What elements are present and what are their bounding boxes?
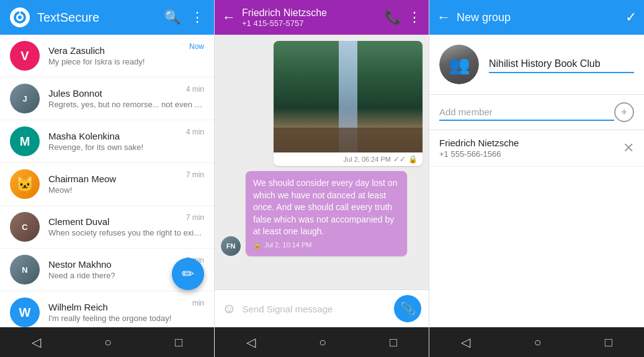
recents-nav-icon[interactable]: □	[390, 335, 397, 350]
waterfall-image	[274, 41, 423, 152]
attach-button[interactable]: 📎	[394, 295, 421, 322]
avatar: N	[10, 255, 40, 284]
avatar: C	[10, 212, 40, 242]
back-nav-icon[interactable]: ◁	[461, 335, 470, 350]
page-title: New group	[457, 11, 625, 24]
group-spacer	[429, 167, 644, 327]
chat-messages: Jul 2, 06:24 PM ✓✓ 🔒 FN We should consid…	[215, 35, 429, 289]
conv-name: Jules Bonnot	[48, 88, 204, 99]
list-item[interactable]: M Masha Kolenkina Revenge, for its own s…	[0, 120, 214, 163]
conv-name: Clement Duval	[48, 216, 204, 227]
compose-fab[interactable]: ✏	[172, 258, 204, 290]
conv-preview: Regrets, yes, but no remorse... not even…	[48, 100, 204, 109]
home-nav-icon[interactable]: ○	[104, 335, 112, 350]
add-member-row: +	[429, 95, 644, 130]
chat-bottom-nav: ◁ ○ □	[215, 327, 429, 357]
conv-time: min	[192, 299, 204, 307]
conv-preview: When society refuses you the right to ex…	[48, 228, 204, 237]
conv-time: 4 min	[186, 85, 204, 94]
chat-input-bar: ☺ 📎	[215, 289, 429, 327]
contact-phone: +1 415-557-5757	[242, 19, 378, 28]
image-message: Jul 2, 06:24 PM ✓✓ 🔒	[274, 41, 423, 166]
search-icon[interactable]: 🔍	[164, 9, 181, 25]
chat-menu-icon[interactable]: ⋮	[408, 9, 421, 25]
back-nav-icon[interactable]: ◁	[246, 335, 256, 350]
group-header: 👥	[429, 35, 644, 95]
conv-name: Vera Zasulich	[48, 45, 204, 56]
conv-time: 7 min	[186, 170, 204, 179]
group-confirm-button[interactable]: ✓	[625, 9, 637, 25]
recents-nav-icon[interactable]: □	[605, 335, 612, 350]
avatar: J	[10, 84, 40, 113]
member-info: Friedrich Nietzsche +1 555-566-1566	[439, 138, 519, 159]
recents-nav-icon[interactable]: □	[175, 335, 182, 350]
member-name: Friedrich Nietzsche	[439, 138, 519, 148]
sender-avatar-small: FN	[221, 236, 241, 256]
member-item: Friedrich Nietzsche +1 555-566-1566 ✕	[429, 130, 644, 167]
image-timestamp: Jul 2, 06:24 PM ✓✓ 🔒	[274, 152, 423, 166]
call-icon[interactable]: 📞	[385, 9, 401, 25]
app-logo	[10, 7, 30, 27]
group-bottom-nav: ◁ ○ □	[429, 327, 644, 357]
chat-toolbar: ← Friedrich Nietzsche +1 415-557-5757 📞 …	[215, 0, 429, 35]
list-toolbar: TextSecure 🔍 ⋮	[0, 0, 214, 35]
menu-icon[interactable]: ⋮	[190, 9, 204, 25]
conv-content: Vera Zasulich My piece for Iskra is read…	[48, 45, 204, 66]
conv-time: 7 min	[186, 213, 204, 222]
group-toolbar: ← New group ✓	[429, 0, 644, 35]
add-member-input[interactable]	[439, 104, 614, 121]
conv-name: Wilhelm Reich	[48, 302, 204, 312]
list-item[interactable]: W Wilhelm Reich I'm really feeling the o…	[0, 291, 214, 327]
remove-member-button[interactable]: ✕	[623, 140, 634, 156]
group-name-input[interactable]	[489, 56, 634, 73]
home-nav-icon[interactable]: ○	[534, 335, 541, 350]
avatar: 🐱	[10, 169, 40, 199]
list-item[interactable]: J Jules Bonnot Regrets, yes, but no remo…	[0, 77, 214, 120]
conv-preview: I'm really feeling the orgone today!	[48, 314, 204, 323]
message-input[interactable]	[242, 304, 388, 314]
contact-info: Friedrich Nietzsche +1 415-557-5757	[242, 7, 378, 28]
avatar: M	[10, 126, 40, 156]
message-text: We should consider every day lost on whi…	[253, 178, 397, 236]
member-phone: +1 555-566-1566	[439, 149, 519, 159]
emoji-button[interactable]: ☺	[222, 301, 236, 317]
conv-content: Chairman Meow Meow!	[48, 174, 204, 195]
chat-back-button[interactable]: ←	[222, 9, 236, 25]
conv-preview: My piece for Iskra is ready!	[48, 57, 204, 66]
list-item[interactable]: 🐱 Chairman Meow Meow! 7 min	[0, 163, 214, 206]
conv-preview: Meow!	[48, 185, 204, 195]
app-title: TextSecure	[37, 11, 154, 25]
conv-time: 4 min	[186, 128, 204, 136]
conv-preview: Revenge, for its own sake!	[48, 143, 204, 152]
back-nav-icon[interactable]: ◁	[32, 335, 41, 350]
list-bottom-nav: ◁ ○ □	[0, 327, 214, 357]
conv-name: Chairman Meow	[48, 174, 204, 184]
conversation-list-panel: TextSecure 🔍 ⋮ V Vera Zasulich My piece …	[0, 0, 215, 357]
conv-content: Jules Bonnot Regrets, yes, but no remors…	[48, 88, 204, 109]
incoming-message-row: FN We should consider every day lost on …	[221, 171, 423, 256]
add-member-icon[interactable]: +	[614, 102, 634, 122]
conv-time: Now	[189, 42, 204, 51]
conv-content: Wilhelm Reich I'm really feeling the org…	[48, 302, 204, 323]
incoming-message-bubble: We should consider every day lost on whi…	[246, 171, 407, 256]
contact-name: Friedrich Nietzsche	[242, 7, 378, 19]
group-avatar[interactable]: 👥	[439, 45, 479, 84]
conv-content: Masha Kolenkina Revenge, for its own sak…	[48, 131, 204, 152]
new-group-panel: ← New group ✓ 👥 + Friedrich Nietzsche +1…	[429, 0, 644, 357]
avatar: W	[10, 298, 40, 327]
chat-panel: ← Friedrich Nietzsche +1 415-557-5757 📞 …	[215, 0, 429, 357]
conv-name: Masha Kolenkina	[48, 131, 204, 141]
list-item[interactable]: C Clement Duval When society refuses you…	[0, 206, 214, 249]
group-back-button[interactable]: ←	[437, 9, 450, 25]
svg-point-2	[18, 15, 22, 19]
avatar: V	[10, 41, 40, 71]
home-nav-icon[interactable]: ○	[319, 335, 326, 350]
list-item[interactable]: V Vera Zasulich My piece for Iskra is re…	[0, 35, 214, 77]
conv-content: Clement Duval When society refuses you t…	[48, 216, 204, 237]
message-timestamp: 🔒 Jul 2, 10:14 PM	[253, 240, 400, 250]
